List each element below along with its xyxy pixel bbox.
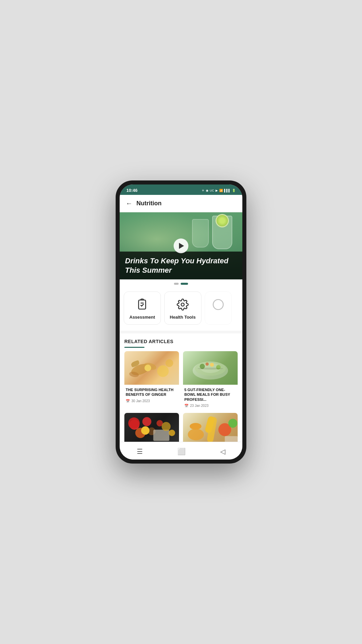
nav-home-button[interactable]: ⬜	[171, 446, 192, 457]
phone-screen: 10:46 ✳ ◉ UC ▶ 📶 ▌▌▌ 🔋 ← Nutrition	[120, 184, 242, 460]
article-card-fruits[interactable]	[124, 413, 179, 442]
section-title: RELATED ARTICLES	[124, 339, 238, 344]
svg-point-18	[135, 428, 146, 438]
svg-point-5	[143, 362, 157, 371]
svg-point-3	[213, 300, 223, 310]
tool-card-extra[interactable]	[205, 291, 232, 325]
hamburger-icon: ☰	[137, 447, 143, 455]
svg-point-22	[162, 422, 171, 431]
alert-icon: ◉	[206, 189, 208, 192]
wifi-icon: 📶	[219, 189, 223, 192]
signal-icon: ▌▌▌	[224, 189, 231, 192]
hero-title-overlay: Drinks To Keep You Hydrated This Summer	[120, 252, 242, 279]
battery-icon: 🔋	[232, 189, 236, 192]
article-thumb-bowl	[183, 351, 238, 385]
bottom-nav: ☰ ⬜ ◁	[120, 442, 242, 460]
svg-point-2	[181, 303, 184, 306]
status-time: 10:46	[126, 188, 137, 193]
articles-section: RELATED ARTICLES	[120, 333, 242, 442]
page-title: Nutrition	[136, 200, 162, 207]
lime-slice	[216, 214, 229, 227]
svg-rect-0	[139, 300, 146, 309]
nav-back-button[interactable]: ◁	[214, 446, 232, 457]
back-nav-icon: ◁	[220, 447, 225, 455]
section-underline	[124, 347, 144, 348]
svg-rect-21	[153, 430, 169, 441]
svg-point-7	[166, 359, 173, 367]
article-card-healthy[interactable]	[183, 413, 238, 442]
carousel-dots	[120, 279, 242, 288]
phone-shell: 10:46 ✳ ◉ UC ▶ 📶 ▌▌▌ 🔋 ← Nutrition	[116, 180, 246, 464]
gear-icon	[177, 299, 189, 311]
bowl-illustration	[183, 351, 238, 385]
home-icon: ⬜	[177, 447, 186, 455]
extra-icon	[212, 299, 224, 311]
date-text-bowl: 23 Jan 2023	[190, 404, 208, 408]
svg-point-27	[228, 419, 237, 428]
dot-1[interactable]	[174, 283, 179, 285]
svg-point-15	[197, 368, 223, 370]
ginger-illustration	[124, 351, 179, 385]
dot-2[interactable]	[181, 283, 188, 285]
svg-point-23	[169, 430, 175, 436]
section-header: RELATED ARTICLES	[124, 339, 238, 348]
articles-grid: THE SURPRISING HEALTH BENEFITS OF GINGER…	[124, 351, 238, 442]
play-button[interactable]	[174, 238, 188, 253]
hero-banner[interactable]: Drinks To Keep You Hydrated This Summer	[120, 212, 242, 279]
nav-menu-button[interactable]: ☰	[130, 446, 149, 457]
uc-icon: UC	[210, 189, 214, 192]
youtube-icon: ▶	[216, 189, 218, 192]
article-thumb-fruits	[124, 413, 179, 442]
article-title-bowl: 5 GUT-FRIENDLY ONE-BOWL MEALS FOR BUSY P…	[184, 387, 236, 402]
article-info-bowl: 5 GUT-FRIENDLY ONE-BOWL MEALS FOR BUSY P…	[183, 385, 238, 409]
article-thumb-ginger	[124, 351, 179, 385]
svg-point-6	[157, 365, 169, 377]
hero-title: Drinks To Keep You Hydrated This Summer	[125, 256, 237, 275]
svg-rect-25	[206, 416, 217, 442]
article-thumb-healthy	[183, 413, 238, 442]
article-card-bowl[interactable]: 5 GUT-FRIENDLY ONE-BOWL MEALS FOR BUSY P…	[183, 351, 238, 409]
svg-point-17	[142, 417, 152, 426]
tool-card-health-tools[interactable]: Health Tools	[164, 291, 201, 325]
network-icon: ✳	[202, 189, 204, 192]
play-triangle-icon	[179, 243, 184, 249]
tool-label-assessment: Assessment	[129, 315, 155, 320]
fruits-illustration	[124, 413, 179, 442]
quick-tools-section: Assessment Health Tools	[120, 288, 242, 331]
tool-card-assessment[interactable]: Assessment	[124, 291, 161, 325]
header: ← Nutrition	[120, 195, 242, 212]
status-icons: ✳ ◉ UC ▶ 📶 ▌▌▌ 🔋	[202, 189, 236, 192]
svg-point-24	[188, 429, 204, 440]
tools-scroll: Assessment Health Tools	[124, 291, 238, 326]
status-bar: 10:46 ✳ ◉ UC ▶ 📶 ▌▌▌ 🔋	[120, 184, 242, 195]
healthy-illustration	[183, 413, 238, 442]
svg-point-12	[210, 363, 214, 367]
article-date-ginger: 📅 30 Jan 2023	[126, 399, 178, 403]
glass-deco-2	[192, 219, 209, 248]
date-text-ginger: 30 Jan 2023	[131, 399, 150, 403]
scroll-content[interactable]: Drinks To Keep You Hydrated This Summer	[120, 212, 242, 442]
svg-rect-28	[225, 436, 238, 442]
svg-point-14	[205, 363, 209, 366]
article-title-ginger: THE SURPRISING HEALTH BENEFITS OF GINGER	[126, 387, 178, 397]
article-info-ginger: THE SURPRISING HEALTH BENEFITS OF GINGER…	[124, 385, 179, 404]
clipboard-icon	[136, 299, 148, 311]
calendar-icon-ginger: 📅	[126, 399, 130, 403]
tool-label-health-tools: Health Tools	[170, 315, 196, 320]
calendar-icon-bowl: 📅	[184, 404, 188, 408]
svg-point-16	[128, 417, 140, 429]
article-card-ginger[interactable]: THE SURPRISING HEALTH BENEFITS OF GINGER…	[124, 351, 179, 409]
back-button[interactable]: ←	[126, 200, 132, 207]
article-date-bowl: 📅 23 Jan 2023	[184, 404, 236, 408]
